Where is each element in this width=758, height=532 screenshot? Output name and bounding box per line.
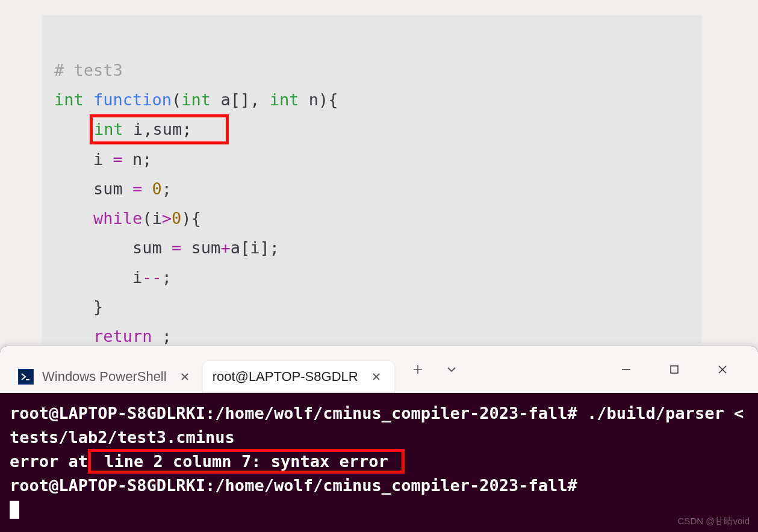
return-tail: ; bbox=[152, 327, 172, 345]
tab-actions bbox=[409, 360, 461, 379]
op-eq1: = bbox=[113, 150, 123, 169]
i-rhs: n; bbox=[123, 150, 152, 169]
op-gt: > bbox=[162, 209, 172, 227]
terminal-body[interactable]: root@LAPTOP-S8GDLRKI:/home/wolf/cminus_c… bbox=[0, 393, 758, 530]
terminal-window: Windows PowerShell root@LAPTOP-S8GDLR bbox=[0, 346, 758, 532]
terminal-line-1: root@LAPTOP-S8GDLRKI:/home/wolf/cminus_c… bbox=[10, 404, 753, 447]
svg-rect-8 bbox=[671, 366, 678, 373]
op-dec: -- bbox=[142, 268, 162, 286]
line-i: i bbox=[93, 150, 113, 169]
new-tab-button[interactable] bbox=[409, 360, 427, 379]
sum-lhs: sum bbox=[132, 238, 172, 257]
tab-root-close[interactable] bbox=[367, 367, 386, 386]
powershell-icon bbox=[18, 369, 34, 385]
paren-open: ( bbox=[172, 90, 181, 109]
num-zero2: 0 bbox=[172, 209, 181, 227]
kw-return: return bbox=[93, 327, 152, 345]
terminal-line-3: root@LAPTOP-S8GDLRKI:/home/wolf/cminus_c… bbox=[10, 476, 587, 495]
terminal-cursor bbox=[10, 501, 19, 519]
code-editor: # test3 int function(int a[], int n){ in… bbox=[42, 15, 701, 343]
fn-name: function bbox=[93, 90, 172, 109]
tab-root-label: root@LAPTOP-S8GDLR bbox=[213, 369, 358, 385]
num-zero: 0 bbox=[152, 179, 162, 198]
semi1: ; bbox=[162, 179, 172, 198]
while-open: (i bbox=[142, 209, 162, 227]
decl-trail: i,sum; bbox=[123, 120, 192, 138]
tab-powershell-close[interactable] bbox=[175, 367, 194, 386]
tab-dropdown-button[interactable] bbox=[443, 360, 461, 379]
param-n: n bbox=[309, 90, 318, 109]
param-a: a[] bbox=[220, 90, 250, 109]
tab-powershell[interactable]: Windows PowerShell bbox=[8, 361, 203, 392]
kw-int-3: int bbox=[270, 90, 299, 109]
while-close: ){ bbox=[181, 209, 201, 227]
i-var: i bbox=[132, 268, 142, 286]
line-sum: sum bbox=[93, 179, 132, 198]
sum-rhs1: sum bbox=[181, 238, 220, 257]
terminal-err-pre: error at bbox=[10, 452, 88, 471]
kw-int-decl: int bbox=[94, 120, 123, 138]
watermark: CSDN @甘晴void bbox=[678, 516, 750, 527]
tab-bar: Windows PowerShell root@LAPTOP-S8GDLR bbox=[0, 346, 758, 393]
terminal-error-highlight: line 2 column 7: syntax error bbox=[88, 449, 405, 474]
close-button[interactable] bbox=[713, 360, 732, 379]
semi2: ; bbox=[162, 268, 172, 286]
tab-powershell-label: Windows PowerShell bbox=[42, 369, 167, 385]
op-eq3: = bbox=[172, 238, 181, 257]
tab-root[interactable]: root@LAPTOP-S8GDLR bbox=[203, 361, 394, 392]
comma: , bbox=[250, 90, 270, 109]
error-highlight-code: int i,sum; bbox=[90, 114, 229, 144]
paren-close-brace: ){ bbox=[318, 90, 338, 109]
minimize-button[interactable] bbox=[617, 360, 635, 379]
window-controls bbox=[617, 360, 758, 379]
op-eq2: = bbox=[132, 179, 142, 198]
sum-rhs2: a[i]; bbox=[231, 238, 279, 257]
kw-int-2: int bbox=[181, 90, 211, 109]
kw-while: while bbox=[93, 209, 142, 227]
code-comment: # test3 bbox=[54, 61, 123, 79]
brace-close-inner: } bbox=[93, 297, 103, 316]
op-plus: + bbox=[220, 238, 230, 257]
kw-int: int bbox=[54, 90, 84, 109]
maximize-button[interactable] bbox=[665, 360, 683, 379]
